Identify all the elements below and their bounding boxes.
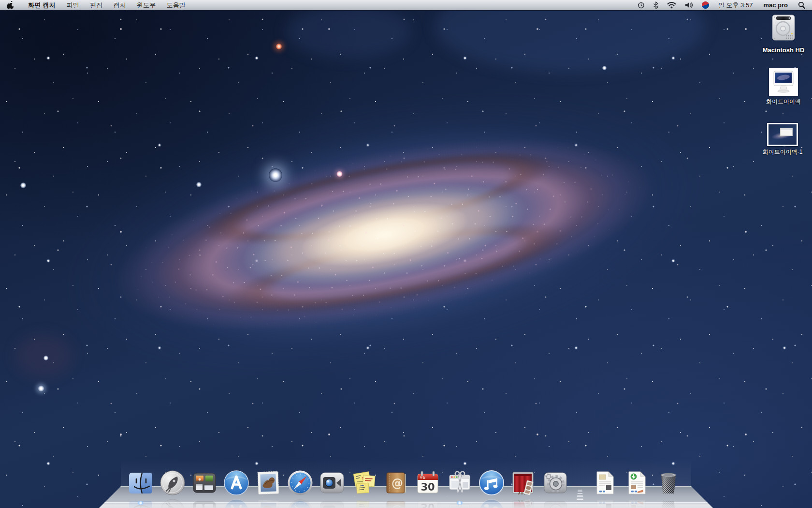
dock-icon-mission-control[interactable] — [191, 469, 218, 496]
volume-icon — [685, 1, 693, 9]
svg-text:6월: 6월 — [420, 476, 425, 479]
nebula-cloud — [285, 5, 411, 58]
bright-star-pink — [336, 171, 343, 177]
dock-icon-trash[interactable] — [655, 469, 682, 496]
desktop-icon-label: Macintosh HD — [754, 46, 812, 54]
time-machine-menu[interactable] — [633, 0, 649, 10]
bright-star — [20, 182, 26, 188]
imac-photo-icon — [770, 69, 797, 94]
wifi-icon — [667, 1, 676, 9]
menu-window[interactable]: 윈도우 — [131, 0, 161, 10]
desktop-wallpaper — [0, 0, 812, 508]
bluetooth-icon — [653, 1, 658, 9]
menu-help[interactable]: 도움말 — [161, 0, 191, 10]
menubar-clock[interactable]: 일 오후 3:57 — [713, 0, 758, 10]
svg-text:30: 30 — [420, 481, 435, 493]
bluetooth-menu[interactable] — [649, 0, 663, 10]
dock-icon-facetime[interactable] — [319, 469, 346, 496]
svg-text:@: @ — [392, 477, 403, 490]
desktop-icon-white-imac-1[interactable]: 화이트아이맥-1 — [754, 123, 812, 156]
dock-icon-mail[interactable] — [255, 469, 282, 496]
dock-icon-itunes[interactable] — [478, 469, 505, 496]
spotlight-menu[interactable] — [794, 0, 812, 10]
running-indicator-grab — [455, 501, 464, 505]
dock-icon-finder[interactable] — [127, 469, 154, 496]
bright-star — [38, 385, 44, 392]
dock-icon-document[interactable] — [591, 469, 618, 496]
spotlight-search-icon — [798, 1, 805, 9]
bright-star-red — [276, 43, 282, 50]
dock-icon-address-book[interactable]: @ — [382, 469, 409, 496]
apple-logo-icon — [7, 1, 14, 9]
dock-icon-photo-booth[interactable] — [510, 469, 537, 496]
desktop-icon-white-imac[interactable]: 화이트아이맥 — [754, 68, 812, 106]
bright-star — [44, 356, 48, 360]
dock-separator — [574, 469, 586, 496]
hard-drive-icon — [769, 14, 798, 45]
menu-app-name[interactable]: 화면 캡처 — [22, 0, 61, 10]
wifi-menu[interactable] — [663, 0, 681, 10]
menu-file[interactable]: 파일 — [61, 0, 85, 10]
bright-star — [602, 66, 607, 70]
input-source-menu[interactable]: 2 — [697, 0, 713, 10]
input-badge: 2 — [707, 6, 709, 9]
user-switch-menu[interactable]: mac pro — [757, 0, 794, 10]
dock-icon-grab[interactable] — [446, 469, 473, 496]
dock-icon-app-store[interactable] — [223, 469, 250, 496]
desktop-icon-label: 화이트아이맥-1 — [754, 148, 812, 156]
dock-icon-system-preferences[interactable] — [542, 469, 569, 496]
dock-icon-document-download[interactable] — [623, 469, 650, 496]
running-indicator-finder — [136, 501, 145, 505]
dock-icon-ical[interactable]: 6월 30 — [414, 469, 441, 496]
menu-capture[interactable]: 캡처 — [108, 0, 131, 10]
bright-star — [196, 182, 202, 187]
volume-menu[interactable] — [681, 0, 697, 10]
menu-edit[interactable]: 편집 — [85, 0, 108, 10]
desktop-icon-macintosh-hd[interactable]: Macintosh HD — [754, 14, 812, 54]
time-machine-icon — [637, 1, 645, 9]
korean-flag-icon: 2 — [702, 1, 709, 9]
menu-bar: 화면 캡처 파일 편집 캡처 윈도우 도움말 — [0, 0, 812, 11]
apple-menu[interactable] — [0, 0, 22, 10]
dock-icon-stickies[interactable] — [350, 469, 377, 496]
desktop-icon-label: 화이트아이맥 — [754, 98, 812, 106]
dock-icon-launchpad[interactable] — [159, 469, 186, 496]
dock-icon-safari[interactable] — [287, 469, 314, 496]
bright-star-white — [269, 168, 282, 182]
